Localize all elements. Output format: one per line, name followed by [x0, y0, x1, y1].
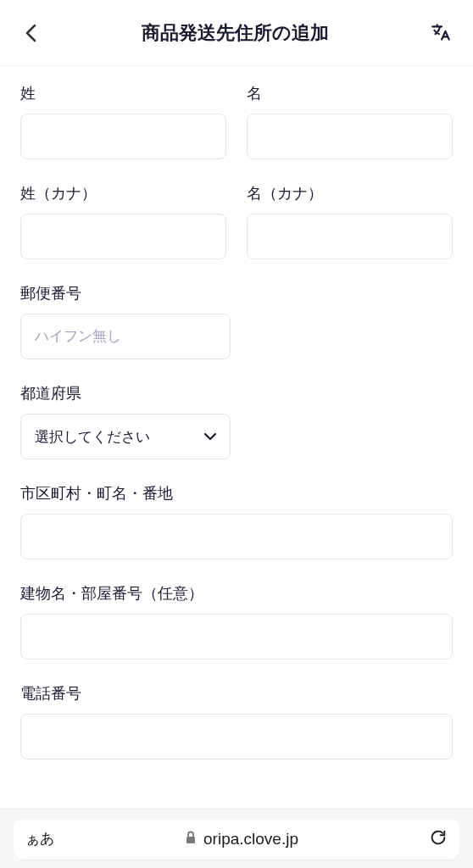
translate-button[interactable] — [429, 21, 453, 45]
firstname-kana-label: 名（カナ） — [247, 183, 453, 203]
lastname-kana-input[interactable] — [20, 214, 226, 259]
back-button[interactable] — [20, 23, 41, 43]
lastname-input[interactable] — [20, 114, 226, 159]
page-title: 商品発送先住所の追加 — [41, 20, 429, 46]
reload-button[interactable] — [422, 828, 448, 850]
lastname-label: 姓 — [20, 83, 226, 103]
url-text: oripa.clove.jp — [203, 830, 298, 849]
url-display: oripa.clove.jp — [61, 830, 422, 849]
address-form: 姓 名 姓（カナ） 名（カナ） 郵便番号 都道府県 選択してください — [0, 66, 473, 800]
browser-toolbar: ぁあ oripa.clove.jp — [0, 809, 473, 868]
building-input[interactable] — [20, 614, 453, 659]
firstname-kana-input[interactable] — [247, 214, 453, 259]
prefecture-label: 都道府県 — [20, 383, 453, 403]
lastname-kana-label: 姓（カナ） — [20, 183, 226, 203]
prefecture-select[interactable]: 選択してください — [20, 414, 231, 459]
phone-label: 電話番号 — [20, 683, 453, 704]
postal-code-input[interactable] — [20, 314, 231, 359]
firstname-input[interactable] — [247, 114, 453, 159]
city-address-label: 市区町村・町名・番地 — [20, 483, 453, 504]
phone-input[interactable] — [20, 714, 453, 760]
lock-icon — [185, 831, 197, 848]
address-bar[interactable]: ぁあ oripa.clove.jp — [14, 819, 459, 860]
building-label: 建物名・部屋番号（任意） — [20, 583, 453, 604]
svg-rect-0 — [186, 837, 195, 843]
city-address-input[interactable] — [20, 514, 453, 559]
firstname-label: 名 — [247, 83, 453, 103]
postal-code-label: 郵便番号 — [20, 283, 453, 303]
text-size-button[interactable]: ぁあ — [25, 829, 61, 849]
